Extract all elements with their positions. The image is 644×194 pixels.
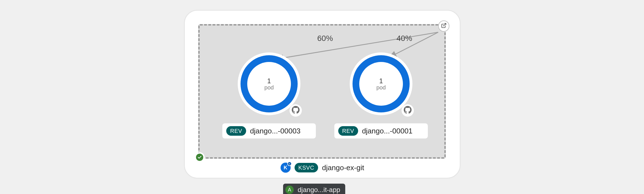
revision-label-chip[interactable]: REV django...-00001 xyxy=(334,123,428,139)
status-indicator xyxy=(195,152,205,162)
pod-unit: pod xyxy=(376,84,386,91)
github-icon xyxy=(404,106,412,115)
application-name: django...it-app xyxy=(298,186,340,194)
kind-badge-ksvc: KSVC xyxy=(295,163,318,172)
service-name: django-ex-git xyxy=(322,163,364,172)
pod-ring[interactable]: 1 pod xyxy=(238,52,300,115)
open-url-button[interactable] xyxy=(438,20,449,32)
revision-node[interactable]: 1 pod REV django...-00001 xyxy=(333,52,429,139)
github-icon xyxy=(292,106,300,115)
svg-line-0 xyxy=(443,24,446,26)
service-card[interactable]: 60% 40% 1 pod xyxy=(184,10,461,179)
knative-icon: K n xyxy=(281,163,291,173)
kind-badge-rev: REV xyxy=(226,126,246,136)
revision-node[interactable]: 1 pod REV django...-00003 xyxy=(221,52,317,139)
check-icon xyxy=(196,154,203,161)
pod-count: 1 xyxy=(379,77,383,85)
application-letter-icon: A xyxy=(285,186,294,194)
pod-count: 1 xyxy=(267,77,271,85)
source-link-button[interactable] xyxy=(401,104,414,117)
revision-name: django...-00003 xyxy=(250,127,301,135)
revision-name: django...-00001 xyxy=(362,127,413,135)
traffic-percent-right: 40% xyxy=(396,34,412,43)
external-link-icon xyxy=(441,23,447,29)
kind-badge-rev: REV xyxy=(338,126,358,136)
service-label-row[interactable]: K n KSVC django-ex-git xyxy=(185,163,460,173)
revisions-group: 60% 40% 1 pod xyxy=(198,24,446,159)
source-link-button[interactable] xyxy=(289,104,302,117)
pod-unit: pod xyxy=(264,84,274,91)
revision-label-chip[interactable]: REV django...-00003 xyxy=(222,123,316,139)
pod-ring[interactable]: 1 pod xyxy=(350,52,412,115)
traffic-percent-left: 60% xyxy=(317,34,333,43)
application-chip[interactable]: A django...it-app xyxy=(283,184,345,194)
